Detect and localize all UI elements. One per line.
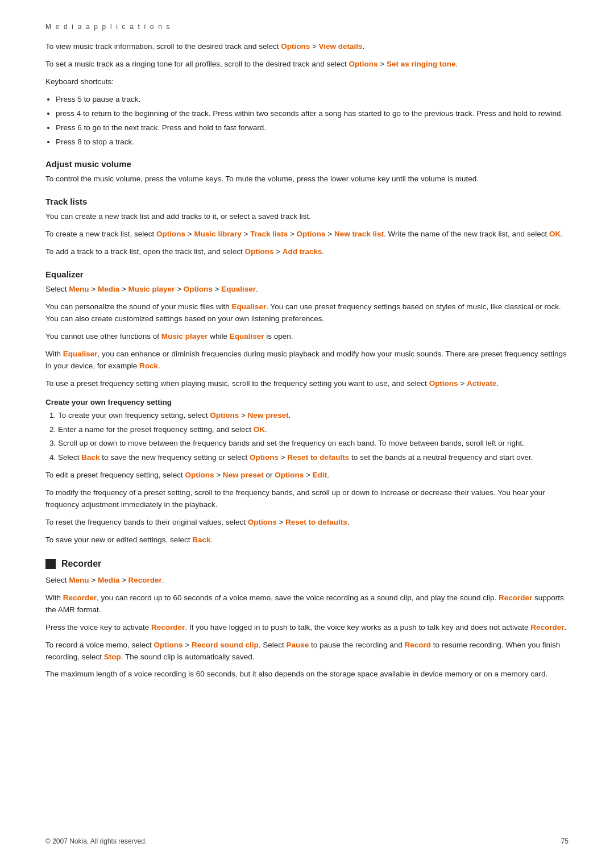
link-options-newpreset[interactable]: Options <box>210 411 239 420</box>
intro-para-2: To set a music track as a ringing tone f… <box>45 59 569 70</box>
equalizer-save-para: To save your new or edited settings, sel… <box>45 534 569 546</box>
link-view-details[interactable]: View details <box>319 42 363 51</box>
link-pause[interactable]: Pause <box>287 641 309 649</box>
equalizer-para-1: You can personalize the sound of your mu… <box>45 301 569 325</box>
recorder-para-1: With Recorder, you can record up to 60 s… <box>45 592 569 616</box>
recorder-para-4: The maximum length of a voice recording … <box>45 668 569 680</box>
heading-track-lists: Track lists <box>45 197 569 206</box>
shortcut-beginning: press 4 to return to the beginning of th… <box>56 108 569 120</box>
link-record-sound-clip[interactable]: Record sound clip <box>192 641 259 649</box>
heading-equalizer: Equalizer <box>45 269 569 279</box>
equalizer-modify-para: To modify the frequency of a preset sett… <box>45 487 569 511</box>
link-options-edit[interactable]: Options <box>185 471 214 479</box>
equalizer-reset-para: To reset the frequency bands to their or… <box>45 517 569 529</box>
link-options-2[interactable]: Options <box>349 60 378 68</box>
heading-create-freq: Create your own frequency setting <box>45 398 569 406</box>
section-track-lists: Track lists You can create a new track l… <box>45 197 569 258</box>
link-equaliser-1[interactable]: Equaliser <box>231 302 266 311</box>
link-options-1[interactable]: Options <box>281 42 310 51</box>
equalizer-para-4: To use a preset frequency setting when p… <box>45 378 569 390</box>
shortcuts-list: Press 5 to pause a track. press 4 to ret… <box>45 94 569 148</box>
recorder-para-2: Press the voice key to activate Recorder… <box>45 622 569 634</box>
link-reset-defaults[interactable]: Reset to defaults <box>287 453 349 462</box>
recorder-nav: Select Menu > Media > Recorder. <box>45 575 569 587</box>
equalizer-edit-para: To edit a preset frequency setting, sele… <box>45 470 569 481</box>
link-recorder-3[interactable]: Recorder <box>151 623 185 632</box>
link-options-tracklists[interactable]: Options <box>156 230 185 238</box>
link-options-activate[interactable]: Options <box>429 379 458 388</box>
link-set-ringing-tone[interactable]: Set as ringing tone <box>387 60 456 68</box>
link-options-reset-2[interactable]: Options <box>248 518 277 526</box>
link-add-tracks[interactable]: Add tracks <box>283 247 322 256</box>
shortcut-pause: Press 5 to pause a track. <box>56 94 569 106</box>
link-menu-eq[interactable]: Menu <box>69 285 89 293</box>
link-options-tracklists-2[interactable]: Options <box>297 230 326 238</box>
adjust-music-volume-para: To control the music volume, press the v… <box>45 173 569 185</box>
page-number: 75 <box>561 837 569 845</box>
link-equaliser[interactable]: Equaliser <box>221 285 256 293</box>
link-new-track-list[interactable]: New track list <box>334 230 384 238</box>
link-options-reset[interactable]: Options <box>250 453 279 462</box>
link-recorder[interactable]: Recorder <box>128 576 162 584</box>
shortcut-next: Press 6 to go to the next track. Press a… <box>56 122 569 134</box>
link-new-preset[interactable]: New preset <box>248 411 289 420</box>
section-equalizer: Equalizer Select Menu > Media > Music pl… <box>45 269 569 546</box>
track-lists-para-3: To add a track to a track list, open the… <box>45 246 569 258</box>
link-edit[interactable]: Edit <box>313 471 327 479</box>
recorder-para-3: To record a voice memo, select Options >… <box>45 639 569 663</box>
link-ok-preset[interactable]: OK <box>254 425 265 434</box>
link-options-eq[interactable]: Options <box>184 285 213 293</box>
create-freq-step-4: Select Back to save the new frequency se… <box>58 452 569 464</box>
link-music-player-eq[interactable]: Music player <box>128 285 175 293</box>
link-recorder-1[interactable]: Recorder <box>63 593 97 602</box>
track-lists-para-2: To create a new track list, select Optio… <box>45 229 569 240</box>
section-recorder: Recorder Select Menu > Media > Recorder.… <box>45 559 569 680</box>
link-equaliser-3[interactable]: Equaliser <box>63 350 98 358</box>
track-lists-para-1: You can create a new track list and add … <box>45 211 569 223</box>
link-recorder-2[interactable]: Recorder <box>499 593 532 602</box>
link-equaliser-2[interactable]: Equaliser <box>230 332 264 340</box>
link-menu-rec[interactable]: Menu <box>69 576 89 584</box>
link-back-save[interactable]: Back <box>81 453 99 462</box>
link-options-record[interactable]: Options <box>154 641 183 649</box>
equalizer-para-3: With Equaliser, you can enhance or dimin… <box>45 348 569 372</box>
link-new-preset-2[interactable]: New preset <box>223 471 264 479</box>
link-ok-tracklist[interactable]: OK <box>549 230 561 238</box>
link-stop[interactable]: Stop <box>104 653 121 661</box>
link-track-lists[interactable]: Track lists <box>250 230 288 238</box>
create-freq-step-2: Enter a name for the preset frequency se… <box>58 424 569 436</box>
link-reset-defaults-2[interactable]: Reset to defaults <box>285 518 347 526</box>
keyboard-shortcuts-label: Keyboard shortcuts: <box>45 76 569 88</box>
copyright: © 2007 Nokia. All rights reserved. <box>45 837 147 845</box>
shortcut-stop: Press 8 to stop a track. <box>56 136 569 148</box>
equalizer-para-2: You cannot use other functions of Music … <box>45 331 569 343</box>
recorder-icon <box>45 559 56 569</box>
link-rock[interactable]: Rock <box>139 362 158 370</box>
create-freq-step-1: To create your own frequency setting, se… <box>58 410 569 422</box>
link-options-edit-2[interactable]: Options <box>275 471 304 479</box>
link-options-add[interactable]: Options <box>244 247 273 256</box>
link-back-2[interactable]: Back <box>192 535 210 544</box>
link-activate[interactable]: Activate <box>467 379 497 388</box>
intro-para-1: To view music track information, scroll … <box>45 41 569 53</box>
page-header: M e d i a a p p l i c a t i o n s <box>45 23 569 31</box>
create-freq-step-3: Scroll up or down to move between the fr… <box>58 438 569 450</box>
equalizer-nav: Select Menu > Media > Music player > Opt… <box>45 284 569 296</box>
create-freq-list: To create your own frequency setting, se… <box>45 410 569 464</box>
link-media-eq[interactable]: Media <box>98 285 119 293</box>
heading-adjust-music-volume: Adjust music volume <box>45 159 569 169</box>
link-record[interactable]: Record <box>404 641 431 649</box>
link-music-player-eq2[interactable]: Music player <box>161 332 208 340</box>
link-recorder-4[interactable]: Recorder <box>530 623 564 632</box>
heading-recorder: Recorder <box>45 559 569 569</box>
link-media-rec[interactable]: Media <box>98 576 119 584</box>
page-footer: © 2007 Nokia. All rights reserved. 75 <box>45 837 569 845</box>
section-adjust-music-volume: Adjust music volume To control the music… <box>45 159 569 185</box>
link-music-library[interactable]: Music library <box>194 230 241 238</box>
